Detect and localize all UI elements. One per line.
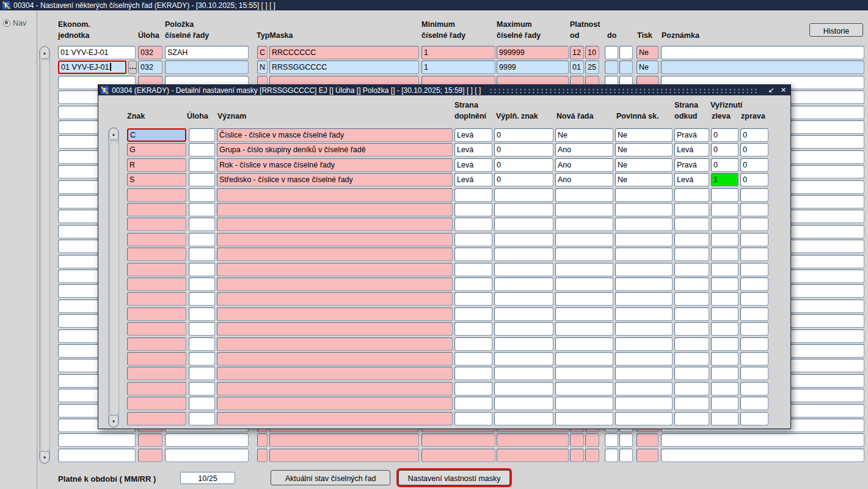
modal-cell-znak[interactable]	[127, 278, 186, 291]
modal-cell-nova_rada[interactable]	[555, 233, 613, 246]
modal-cell-povinna_sk[interactable]	[615, 218, 673, 231]
modal-cell-vyznam[interactable]	[217, 397, 453, 410]
modal-cell-strana_doplneni[interactable]	[454, 278, 492, 291]
modal-cell-vypln_znak[interactable]	[494, 397, 553, 410]
modal-cell-povinna_sk[interactable]	[615, 248, 673, 261]
modal-cell-strana_odkud[interactable]	[674, 307, 709, 321]
modal-cell-uloha[interactable]	[189, 158, 215, 172]
modal-cell-zleva[interactable]	[711, 292, 739, 306]
cell-od1[interactable]: 01	[570, 61, 584, 74]
modal-cell-nova_rada[interactable]	[555, 367, 613, 380]
cell-poznamka[interactable]	[661, 449, 864, 462]
cell-do1[interactable]	[605, 46, 618, 59]
modal-cell-povinna_sk[interactable]	[615, 203, 673, 216]
modal-cell-vyznam[interactable]	[217, 382, 453, 395]
modal-cell-zprava[interactable]	[740, 188, 768, 202]
modal-cell-nova_rada[interactable]	[555, 412, 613, 425]
modal-cell-zleva[interactable]: 1	[711, 173, 739, 186]
modal-cell-nova_rada[interactable]	[555, 248, 613, 261]
modal-cell-povinna_sk[interactable]	[615, 278, 673, 291]
modal-cell-zleva[interactable]	[711, 382, 739, 395]
modal-scrollbar-thumb[interactable]	[109, 141, 119, 416]
modal-cell-zleva[interactable]	[711, 233, 739, 246]
modal-cell-nova_rada[interactable]	[555, 397, 613, 410]
modal-cell-strana_odkud[interactable]	[674, 278, 709, 291]
modal-cell-vypln_znak[interactable]	[494, 188, 553, 202]
modal-cell-uloha[interactable]	[189, 128, 215, 142]
modal-cell-nova_rada[interactable]: Ano	[555, 143, 613, 156]
cell-do2[interactable]	[619, 61, 633, 74]
modal-cell-zprava[interactable]	[740, 337, 768, 351]
cell-max[interactable]: 999999	[497, 46, 569, 59]
modal-cell-nova_rada[interactable]	[555, 322, 613, 336]
modal-cell-znak[interactable]	[127, 352, 186, 366]
modal-cell-strana_doplneni[interactable]	[454, 412, 492, 425]
modal-cell-strana_doplneni[interactable]	[454, 337, 492, 351]
modal-cell-znak[interactable]: C	[127, 128, 186, 142]
modal-cell-uloha[interactable]	[189, 397, 215, 410]
historie-button[interactable]: Historie	[809, 23, 863, 37]
modal-cell-znak[interactable]	[127, 367, 186, 380]
cell-do2[interactable]	[619, 433, 633, 447]
cell-od2[interactable]: 10	[585, 46, 599, 59]
cell-polozka[interactable]	[165, 61, 249, 74]
modal-cell-nova_rada[interactable]	[555, 188, 613, 202]
modal-cell-povinna_sk[interactable]	[615, 322, 673, 336]
modal-cell-strana_doplneni[interactable]	[454, 397, 492, 410]
modal-cell-znak[interactable]	[127, 263, 186, 276]
modal-cell-strana_odkud[interactable]	[674, 218, 709, 231]
modal-cell-strana_doplneni[interactable]: Levá	[454, 158, 492, 172]
modal-cell-strana_doplneni[interactable]	[454, 367, 492, 380]
modal-cell-zleva[interactable]	[711, 412, 739, 425]
modal-cell-vypln_znak[interactable]: 0	[494, 158, 553, 172]
cell-poznamka[interactable]	[661, 433, 864, 447]
modal-cell-vyznam[interactable]	[217, 233, 453, 246]
cell-do2[interactable]	[619, 46, 633, 59]
cell-tisk[interactable]	[636, 433, 658, 447]
modal-cell-vypln_znak[interactable]	[494, 412, 553, 425]
modal-cell-strana_odkud[interactable]	[674, 203, 709, 216]
modal-cell-nova_rada[interactable]: Ano	[555, 173, 613, 186]
modal-cell-uloha[interactable]	[189, 173, 215, 186]
modal-cell-zprava[interactable]	[740, 248, 768, 261]
modal-cell-strana_doplneni[interactable]: Levá	[454, 143, 492, 156]
modal-cell-strana_doplneni[interactable]	[454, 248, 492, 261]
cell-polozka[interactable]	[165, 433, 249, 447]
cell-typ[interactable]	[257, 449, 268, 462]
modal-cell-uloha[interactable]	[189, 367, 215, 380]
modal-cell-strana_doplneni[interactable]: Levá	[454, 173, 492, 186]
modal-cell-uloha[interactable]	[189, 412, 215, 425]
modal-cell-uloha[interactable]	[189, 218, 215, 231]
modal-cell-uloha[interactable]	[189, 352, 215, 366]
modal-cell-vypln_znak[interactable]	[494, 218, 553, 231]
modal-cell-strana_doplneni[interactable]	[454, 203, 492, 216]
modal-cell-zleva[interactable]	[711, 322, 739, 336]
modal-cell-uloha[interactable]	[189, 143, 215, 156]
modal-cell-strana_odkud[interactable]	[674, 382, 709, 395]
modal-cell-uloha[interactable]	[189, 188, 215, 202]
modal-cell-vyznam[interactable]	[217, 263, 453, 276]
modal-cell-vypln_znak[interactable]	[494, 248, 553, 261]
modal-cell-uloha[interactable]	[189, 382, 215, 395]
modal-cell-povinna_sk[interactable]: Ne	[615, 173, 673, 186]
scroll-up-icon[interactable]: ▲	[40, 46, 49, 59]
cell-min[interactable]	[421, 449, 495, 462]
modal-cell-uloha[interactable]	[189, 322, 215, 336]
modal-cell-nova_rada[interactable]	[555, 382, 613, 395]
modal-cell-znak[interactable]	[127, 203, 186, 216]
cell-od2[interactable]	[585, 433, 599, 447]
cell-uloha[interactable]: 032	[138, 61, 162, 74]
cell-maska[interactable]	[269, 433, 419, 447]
cell-ekonom[interactable]	[58, 449, 136, 462]
modal-scroll-down-icon[interactable]: ▼	[109, 415, 119, 427]
modal-cell-uloha[interactable]	[189, 307, 215, 321]
modal-cell-povinna_sk[interactable]	[615, 397, 673, 410]
modal-cell-znak[interactable]: R	[127, 158, 186, 172]
modal-cell-nova_rada[interactable]	[555, 307, 613, 321]
modal-cell-strana_doplneni[interactable]	[454, 352, 492, 366]
modal-cell-znak[interactable]	[127, 188, 186, 202]
modal-cell-znak[interactable]	[127, 218, 186, 231]
modal-cell-zleva[interactable]: 0	[711, 143, 739, 156]
modal-cell-strana_odkud[interactable]: Levá	[674, 173, 709, 186]
modal-cell-vyznam[interactable]	[217, 188, 453, 202]
